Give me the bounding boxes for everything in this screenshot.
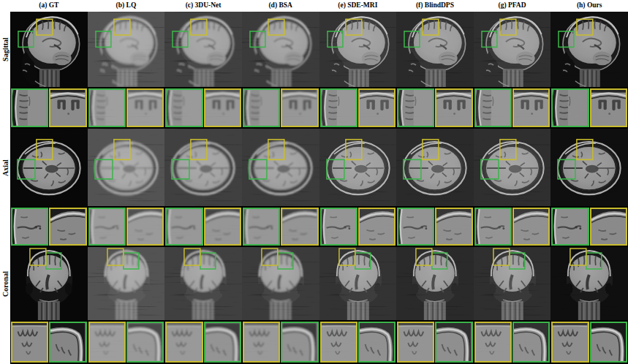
panel-cor-col3: [242, 247, 319, 320]
row-label-sag: Sagittal: [0, 12, 10, 87]
panel-sag-col1: [88, 12, 165, 87]
crop-cell-cor-col6: [474, 320, 551, 364]
crop-yellow-sag-col6: [512, 88, 550, 127]
crop-cell-sag-col0: [10, 87, 88, 129]
crops-row-ax: [10, 206, 628, 247]
panel-ax-col2: [164, 129, 242, 206]
crop-yellow-ax-col2: [204, 208, 241, 246]
crops-row-cor: [10, 320, 628, 364]
crop-yellow-ax-col4: [358, 208, 396, 246]
column-header-label: (d) BSA: [242, 0, 319, 12]
panel-sag-col2: [164, 12, 242, 87]
image-grid: [10, 12, 628, 364]
crop-yellow-sag-col1: [126, 88, 164, 127]
crop-yellow-cor-col0: [11, 322, 48, 363]
crop-cell-ax-col5: [396, 206, 474, 247]
panel-cor-col2: [164, 247, 242, 320]
panel-ax-col6: [474, 129, 551, 206]
crop-green-sag-col0: [11, 88, 48, 127]
crop-cell-ax-col2: [164, 206, 242, 247]
crop-cell-cor-col2: [164, 320, 242, 364]
column-header-label: (b) LQ: [88, 0, 165, 12]
crop-yellow-cor-col1: [88, 322, 126, 363]
crop-yellow-cor-col7: [551, 322, 589, 363]
crop-cell-sag-col3: [242, 87, 319, 129]
crop-green-cor-col6: [512, 322, 550, 363]
crop-yellow-ax-col5: [435, 208, 472, 246]
crop-cell-sag-col4: [319, 87, 397, 129]
crop-cell-ax-col3: [242, 206, 319, 247]
panel-sag-col7: [551, 12, 628, 87]
crop-yellow-sag-col5: [435, 88, 472, 127]
crop-green-ax-col3: [243, 208, 280, 246]
crop-yellow-cor-col5: [397, 322, 434, 363]
panel-ax-col1: [88, 129, 165, 206]
panel-cor-col7: [551, 247, 628, 320]
crop-yellow-cor-col4: [320, 322, 357, 363]
column-header-label: (a) GT: [10, 0, 88, 12]
crop-yellow-sag-col7: [590, 88, 627, 127]
crop-cell-sag-col5: [396, 87, 474, 129]
crop-yellow-ax-col6: [512, 208, 550, 246]
crop-green-cor-col4: [358, 322, 396, 363]
crop-green-sag-col3: [243, 88, 280, 127]
crop-green-cor-col3: [281, 322, 318, 363]
crop-yellow-ax-col7: [590, 208, 627, 246]
panel-cor-col4: [319, 247, 397, 320]
panel-ax-col4: [319, 129, 397, 206]
panel-sag-col0: [10, 12, 88, 87]
crop-green-ax-col7: [551, 208, 589, 246]
crop-yellow-ax-col1: [126, 208, 164, 246]
crop-green-sag-col4: [320, 88, 357, 127]
crop-cell-ax-col6: [474, 206, 551, 247]
column-header-row: (a) GT(b) LQ(c) 3DU-Net(d) BSA(e) SDE-MR…: [10, 0, 628, 12]
crop-yellow-ax-col3: [281, 208, 318, 246]
panel-cor-col0: [10, 247, 88, 320]
crop-green-cor-col0: [49, 322, 86, 363]
column-header-label: (f) BlindDPS: [396, 0, 474, 12]
crop-green-ax-col0: [11, 208, 48, 246]
crop-cell-ax-col4: [319, 206, 397, 247]
crop-cell-ax-col0: [10, 206, 88, 247]
panel-cor-col6: [474, 247, 551, 320]
row-label-strip: SagittalAxialCoronal: [0, 0, 10, 364]
column-header-label: (h) Ours: [551, 0, 628, 12]
crop-yellow-sag-col4: [358, 88, 396, 127]
panel-ax-col3: [242, 129, 319, 206]
crop-green-ax-col1: [88, 208, 126, 246]
crop-cell-cor-col5: [396, 320, 474, 364]
crop-yellow-ax-col0: [49, 208, 86, 246]
crop-cell-sag-col7: [551, 87, 628, 129]
crop-cell-cor-col7: [551, 320, 628, 364]
crop-cell-cor-col1: [88, 320, 165, 364]
crop-yellow-cor-col6: [474, 322, 512, 363]
crop-yellow-cor-col3: [243, 322, 280, 363]
column-header-label: (e) SDE-MRI: [319, 0, 397, 12]
crop-green-sag-col1: [88, 88, 126, 127]
crop-green-cor-col7: [590, 322, 627, 363]
crop-green-ax-col6: [474, 208, 512, 246]
mri-comparison-figure: (a) GT(b) LQ(c) 3DU-Net(d) BSA(e) SDE-MR…: [0, 0, 628, 364]
panel-ax-col7: [551, 129, 628, 206]
panel-sag-col6: [474, 12, 551, 87]
crop-cell-sag-col2: [164, 87, 242, 129]
column-header-label: (c) 3DU-Net: [164, 0, 242, 12]
crop-green-ax-col2: [165, 208, 203, 246]
crop-cell-cor-col3: [242, 320, 319, 364]
crop-yellow-sag-col2: [204, 88, 241, 127]
panel-cor-col1: [88, 247, 165, 320]
crop-cell-sag-col6: [474, 87, 551, 129]
crop-green-ax-col5: [397, 208, 434, 246]
panel-sag-col3: [242, 12, 319, 87]
crop-cell-cor-col0: [10, 320, 88, 364]
crop-green-sag-col6: [474, 88, 512, 127]
row-label-text: Axial: [1, 159, 10, 176]
row-label-cor: Coronal: [0, 247, 10, 320]
crop-green-sag-col2: [165, 88, 203, 127]
main-row-cor: [10, 247, 628, 320]
crop-green-cor-col1: [126, 322, 164, 363]
crop-yellow-sag-col3: [281, 88, 318, 127]
crops-row-sag: [10, 87, 628, 129]
crop-cell-cor-col4: [319, 320, 397, 364]
panel-sag-col4: [319, 12, 397, 87]
